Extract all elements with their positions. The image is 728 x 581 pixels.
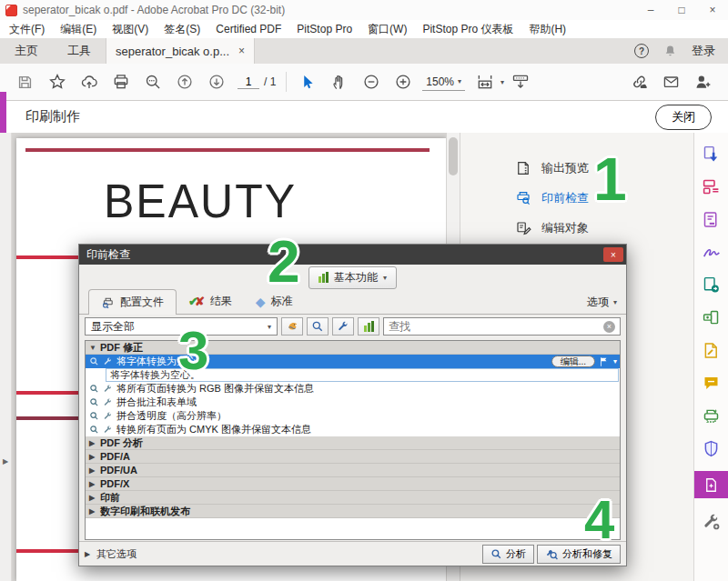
menu-pitstop-dashboard[interactable]: PitStop Pro 仪表板 xyxy=(422,22,513,37)
zoom-level-select[interactable]: 150% ▾ xyxy=(422,74,465,91)
tab-results[interactable]: ✔✘ 结果 xyxy=(177,289,244,314)
annotation-step-4: 4 xyxy=(584,493,614,547)
edit-pdf-icon[interactable] xyxy=(702,209,722,229)
minimize-button[interactable]: – xyxy=(635,0,666,20)
library-bars-button[interactable] xyxy=(358,317,379,336)
edit-profile-wrench-icon[interactable] xyxy=(332,317,354,336)
navigation-pane-rail[interactable]: ▶ xyxy=(0,133,12,581)
sign-in-link[interactable]: 登录 xyxy=(692,43,715,59)
request-signatures-icon[interactable] xyxy=(702,340,722,360)
scrolling-mode-icon[interactable] xyxy=(504,73,536,91)
toolbar-right-group xyxy=(623,73,719,91)
further-options-label: 其它选项 xyxy=(96,547,136,561)
menu-view[interactable]: 视图(V) xyxy=(112,22,148,37)
tool-output-preview[interactable]: 输出预览 xyxy=(460,153,693,183)
quick-toolbar: / 1 150% ▾ ▾ xyxy=(0,64,728,101)
save-icon[interactable] xyxy=(9,74,41,91)
flag-icon[interactable] xyxy=(599,356,610,367)
hand-tool-icon[interactable] xyxy=(323,74,355,91)
active-tool-selected[interactable] xyxy=(694,471,728,498)
tool-edit-object[interactable]: 编辑对象 xyxy=(460,213,693,243)
filter-row: 显示全部 ▾ × xyxy=(79,315,626,338)
fix-mini-icon xyxy=(103,411,113,421)
fit-width-icon[interactable] xyxy=(469,73,500,91)
tab-label: 结果 xyxy=(210,294,232,309)
menu-edit[interactable]: 编辑(E) xyxy=(60,22,96,37)
fill-sign-icon[interactable] xyxy=(702,242,722,262)
tab-profiles[interactable]: 配置文件 xyxy=(88,289,177,315)
fixup-row-selected[interactable]: 将字体转换为空心 编辑... ▾ xyxy=(86,355,620,368)
create-pdf-icon[interactable] xyxy=(702,275,722,295)
help-icon[interactable]: ? xyxy=(634,44,649,58)
menu-file[interactable]: 文件(F) xyxy=(9,22,45,37)
page-number-input[interactable] xyxy=(238,75,259,89)
previous-page-icon[interactable] xyxy=(168,73,200,91)
organize-pages-icon[interactable] xyxy=(702,176,722,196)
preflight-dialog-titlebar[interactable]: 印前检查 × xyxy=(79,245,626,265)
fix-mini-icon xyxy=(103,397,113,407)
tool-preflight[interactable]: 印前检查 xyxy=(460,183,693,213)
profile-manager-icon[interactable] xyxy=(281,317,303,336)
tab-tools[interactable]: 工具 xyxy=(53,38,106,64)
fixup-row[interactable]: 将所有页面转换为 RGB 图像并保留文本信息 xyxy=(86,382,620,396)
menu-window[interactable]: 窗口(W) xyxy=(368,22,407,37)
zoom-out-icon[interactable] xyxy=(355,73,387,91)
search-profiles-icon[interactable] xyxy=(307,317,329,336)
analyze-button[interactable]: 分析 xyxy=(482,545,534,564)
maximize-button[interactable]: □ xyxy=(666,0,697,20)
favorites-star-icon[interactable] xyxy=(41,73,73,91)
zoom-in-icon[interactable] xyxy=(387,73,419,91)
comment-icon[interactable] xyxy=(702,373,722,393)
menu-sign[interactable]: 签名(S) xyxy=(164,22,200,37)
fixup-row[interactable]: 转换所有页面为 CMYK 图像并保留文本信息 xyxy=(86,423,620,436)
menu-certified-pdf[interactable]: Certified PDF xyxy=(216,23,281,35)
profiles-tab-icon xyxy=(101,296,115,309)
tab-document[interactable]: seperator_bicak o.p... × xyxy=(106,38,255,64)
section-pdf-fixups[interactable]: ▼ PDF 修正 xyxy=(86,341,620,355)
tab-close-icon[interactable]: × xyxy=(238,45,245,57)
preflight-close-button[interactable]: × xyxy=(603,247,623,262)
fixup-row[interactable]: 拼合透明度（高分辨率） xyxy=(86,409,620,423)
section-pdfua[interactable]: ▶ PDF/UA xyxy=(86,464,620,477)
edit-profile-button[interactable]: 编辑... xyxy=(551,356,595,367)
add-user-icon[interactable] xyxy=(687,73,719,91)
menu-help[interactable]: 帮助(H) xyxy=(529,22,566,37)
fixup-row[interactable]: 拼合批注和表单域 xyxy=(86,396,620,409)
library-select-button[interactable]: 基本功能 ▾ xyxy=(308,266,397,289)
scrollbar-thumb[interactable] xyxy=(449,137,458,175)
email-icon[interactable] xyxy=(655,73,687,91)
section-pdfx[interactable]: ▶ PDF/X xyxy=(86,477,620,491)
close-tool-button[interactable]: 关闭 xyxy=(655,105,712,130)
export-pdf-icon[interactable] xyxy=(702,144,722,164)
notifications-bell-icon[interactable] xyxy=(663,44,677,58)
section-digital-printing[interactable]: ▶ 数字印刷和联机发布 xyxy=(86,505,620,518)
section-pdf-analysis[interactable]: ▶ PDF 分析 xyxy=(86,436,620,450)
select-tool-icon[interactable] xyxy=(291,74,323,90)
options-dropdown[interactable]: 选项 ▾ xyxy=(587,295,617,310)
print-icon[interactable] xyxy=(105,73,136,91)
search-box[interactable]: × xyxy=(383,317,621,336)
menu-pitstop-pro[interactable]: PitStop Pro xyxy=(297,23,352,35)
share-cloud-icon[interactable] xyxy=(73,73,105,91)
protect-icon[interactable] xyxy=(702,438,722,458)
search-input[interactable] xyxy=(389,320,600,333)
next-page-icon[interactable] xyxy=(200,73,232,91)
share-link-icon[interactable] xyxy=(623,73,655,91)
tab-home[interactable]: 主页 xyxy=(0,38,53,64)
dialog-footer: ▶ 其它选项 分析 分析和修复 xyxy=(79,541,626,566)
combine-files-icon[interactable] xyxy=(702,307,722,327)
close-button[interactable]: × xyxy=(697,0,728,20)
further-options-expander[interactable]: ▶ 其它选项 xyxy=(85,547,136,561)
expand-pane-icon[interactable]: ▶ xyxy=(3,457,8,466)
section-prepress[interactable]: ▶ 印前 xyxy=(86,491,620,505)
output-preview-icon xyxy=(515,160,531,176)
find-icon[interactable] xyxy=(136,73,168,91)
section-pdfa[interactable]: ▶ PDF/A xyxy=(86,450,620,464)
tab-label: 配置文件 xyxy=(120,295,164,310)
print-production-icon[interactable] xyxy=(702,406,722,426)
add-tools-icon[interactable] xyxy=(702,511,722,531)
page-count-label: / 1 xyxy=(264,75,276,88)
flag-dropdown-icon[interactable]: ▾ xyxy=(613,357,617,366)
clear-search-icon[interactable]: × xyxy=(603,321,615,333)
tools-rail xyxy=(693,133,728,581)
